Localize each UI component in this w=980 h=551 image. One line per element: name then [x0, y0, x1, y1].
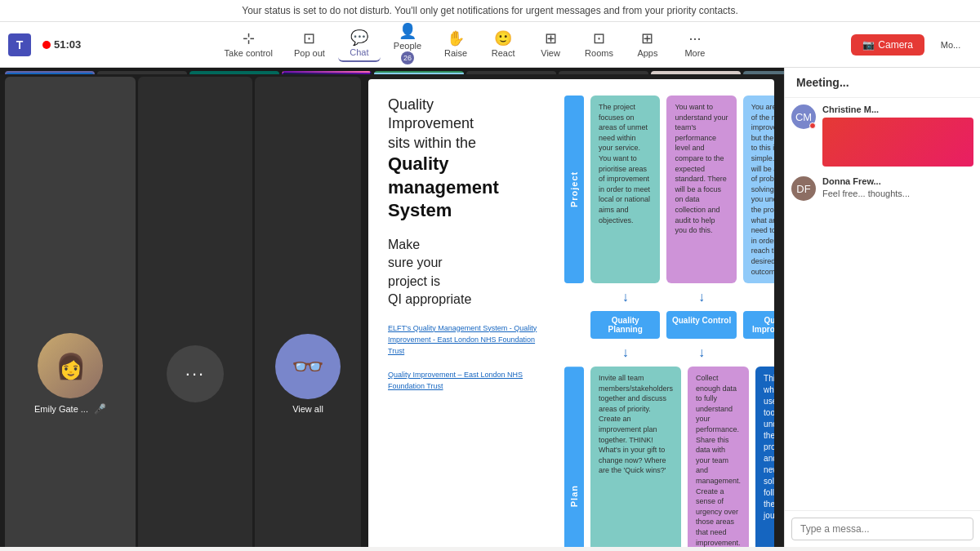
chat-image — [822, 118, 973, 167]
quality-control-label: Quality Control — [666, 311, 736, 339]
slide-title-main: Quality Improvement sits within the Qual… — [388, 96, 551, 223]
arrow-row: ↓ ↓ ↓ — [564, 290, 774, 304]
thumb-bg: 👤 — [99, 73, 185, 74]
toolbar-people[interactable]: 👤 People 26 — [385, 20, 430, 69]
toolbar-right: 📷 Camera Mo... — [851, 34, 972, 56]
thumb-bg: 👤 — [745, 73, 784, 74]
chat-input[interactable] — [791, 518, 973, 540]
chat-message: DF Donna Frew... Feel free... thoughts..… — [791, 176, 973, 201]
dots-icon: ··· — [167, 345, 224, 402]
christine-avatar: CM — [791, 104, 816, 129]
people-icon: 👤 — [399, 24, 416, 38]
online-indicator — [809, 122, 816, 129]
flow-bottom-row: Plan Invite all team members/stakeholder… — [564, 367, 774, 547]
participant-thumb[interactable]: 👤 🔇 — [189, 71, 279, 74]
pop-out-icon: ⊡ — [303, 31, 315, 46]
record-indicator — [42, 41, 51, 49]
chat-body: Christine M... — [822, 104, 973, 167]
participant-thumb[interactable]: 👤 🔇 — [743, 71, 784, 74]
arrow-down-2: ↓ — [666, 290, 736, 304]
slide-content: Quality Improvement sits within the Qual… — [368, 79, 774, 547]
toolbar-center: ⊹ Take control ⊡ Pop out 💬 Chat 👤 People… — [84, 20, 848, 69]
glasses-avatar: 👓 — [275, 334, 341, 399]
flow-top-row: Project The project focuses on areas of … — [564, 96, 774, 283]
raise-icon: ✋ — [447, 31, 465, 46]
flow-bottom-box-2: Collect enough data to fully understand … — [688, 367, 749, 547]
quality-planning-label: Quality Planning — [590, 311, 660, 339]
more-right-label: Mo... — [941, 40, 960, 50]
chat-input-area — [785, 510, 980, 547]
view-all-participant[interactable]: 👓 View all — [255, 77, 361, 547]
apps-label: Apps — [637, 48, 657, 58]
arrow-down-3: ↓ — [743, 290, 774, 304]
apps-icon: ⊞ — [641, 31, 653, 46]
toolbar-view[interactable]: ⊞ View — [529, 28, 572, 61]
quality-improvement-label: Quality Improvement — [743, 311, 774, 339]
thumb-bg: 👤 — [468, 73, 555, 74]
participant-thumb[interactable]: 👤 🔇 — [5, 71, 95, 74]
take-control-label: Take control — [225, 48, 273, 58]
toolbar-chat[interactable]: 💬 Chat — [338, 27, 381, 62]
rooms-icon: ⊡ — [593, 31, 605, 46]
camera-icon: 📷 — [862, 39, 875, 51]
main-area: 👤 🔇 👤 🔇 👤 🔇 👤 🔇 👤 — [0, 68, 980, 547]
panel-title: Meeting... — [796, 76, 849, 89]
toolbar-more[interactable]: ··· More — [674, 28, 716, 61]
rooms-label: Rooms — [585, 48, 613, 58]
raise-label: Raise — [444, 48, 467, 58]
emily-avatar: 👩 — [38, 333, 103, 398]
pop-out-label: Pop out — [294, 48, 325, 58]
slide-area: Quality Improvement sits within the Qual… — [368, 79, 774, 547]
flow-bottom-boxes: Invite all team members/stakeholders tog… — [590, 367, 774, 547]
arrow-down-1: ↓ — [590, 290, 660, 304]
chat-sender: Donna Frew... — [822, 176, 973, 186]
toolbar: T 51:03 ⊹ Take control ⊡ Pop out 💬 Chat … — [0, 22, 980, 68]
thumb-bg — [376, 73, 462, 74]
toolbar-raise[interactable]: ✋ Raise — [434, 28, 477, 61]
camera-button[interactable]: 📷 Camera — [851, 34, 924, 56]
chat-message: CM Christine M... — [791, 104, 973, 167]
toolbar-more-right[interactable]: Mo... — [929, 37, 972, 53]
timer-text: 51:03 — [54, 38, 81, 51]
slide-left: Quality Improvement sits within the Qual… — [388, 96, 551, 547]
participant-thumb[interactable]: 👤 🔇 — [97, 71, 187, 74]
toolbar-apps[interactable]: ⊞ Apps — [626, 28, 669, 61]
arrow-down-5: ↓ — [666, 345, 736, 360]
chat-label: Chat — [350, 47, 368, 57]
react-icon: 🙂 — [494, 31, 512, 46]
thumb-bg: 👤 — [7, 73, 93, 74]
toolbar-rooms[interactable]: ⊡ Rooms — [577, 28, 621, 61]
toolbar-take-control[interactable]: ⊹ Take control — [216, 28, 281, 61]
thumb-bg: 👤 — [560, 73, 647, 74]
emily-participant: 👩 Emily Gate ... 🎤 — [5, 77, 136, 547]
thumb-bg — [283, 73, 370, 74]
participant-thumb[interactable] — [374, 71, 464, 74]
chat-body: Donna Frew... Feel free... thoughts... — [822, 176, 973, 201]
thumb-bg: 👤 — [653, 73, 739, 74]
slide-links[interactable]: ELFT's Quality Management System - Quali… — [388, 322, 551, 393]
right-panel: Meeting... CM Christine M... DF Donna Fr… — [784, 68, 980, 547]
project-label: Project — [564, 96, 584, 283]
flow-top-boxes: The project focuses on areas of unmet ne… — [590, 96, 774, 283]
react-label: React — [492, 48, 515, 58]
flow-box-1: The project focuses on areas of unmet ne… — [590, 96, 660, 283]
participant-thumb[interactable]: 👤 — [559, 71, 648, 74]
slide-title: Quality Improvement sits within the Qual… — [388, 96, 551, 223]
chat-messages: CM Christine M... DF Donna Frew... Feel … — [785, 98, 980, 510]
view-all-label[interactable]: View all — [292, 404, 323, 414]
chat-icon: 💬 — [350, 30, 368, 45]
teams-logo: T — [8, 33, 31, 56]
take-control-icon: ⊹ — [243, 31, 255, 46]
more-label: More — [684, 48, 705, 58]
flow-box-2: You want to understand your team's perfo… — [666, 96, 736, 283]
participant-thumb[interactable] — [282, 71, 372, 74]
people-badge: 26 — [401, 51, 414, 64]
toolbar-pop-out[interactable]: ⊡ Pop out — [286, 28, 333, 61]
participant-thumb[interactable]: 👤 — [651, 71, 741, 74]
slide-subtitle: Make sure your project is QI appropriate — [388, 236, 551, 309]
participant-thumb[interactable]: 👤 🔇 — [466, 71, 556, 74]
plan-label: Plan — [564, 367, 584, 547]
toolbar-react[interactable]: 🙂 React — [482, 28, 524, 61]
flow-bottom-box-1: Invite all team members/stakeholders tog… — [590, 367, 681, 547]
donna-avatar: DF — [791, 176, 816, 201]
